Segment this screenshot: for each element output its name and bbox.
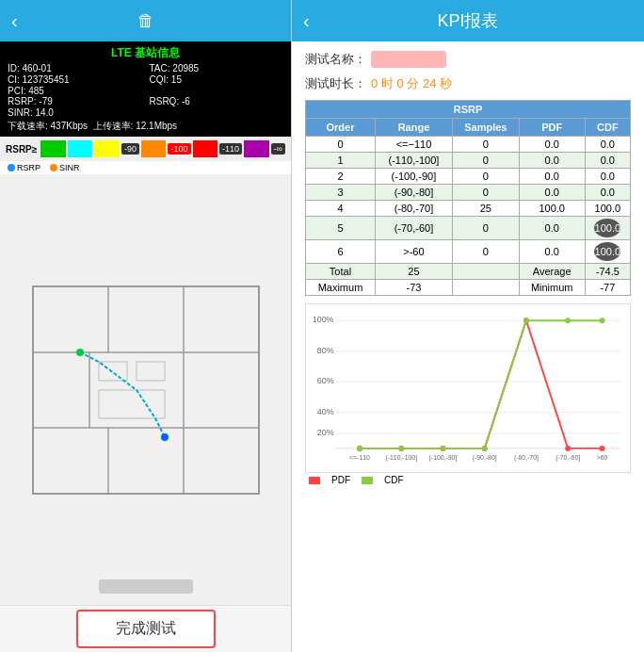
right-title: KPI报表 xyxy=(437,9,498,32)
finish-button[interactable]: 完成测试 xyxy=(76,610,216,648)
table-header-row: Order Range Samples PDF CDF xyxy=(306,119,631,137)
left-header: ‹ 🗑 xyxy=(0,0,291,41)
rsrp-val-inf: -∞ xyxy=(271,143,285,155)
table-title-row: RSRP xyxy=(306,101,631,119)
svg-rect-8 xyxy=(108,428,184,494)
right-panel: ‹ KPI报表 测试名称： blur 测试时长： 0 时 0 分 24 秒 RS… xyxy=(292,0,644,652)
lte-id: ID: 460-01 xyxy=(8,63,142,73)
svg-rect-6 xyxy=(184,352,259,428)
map-label-blur: blur xyxy=(99,579,193,594)
left-panel: ‹ 🗑 LTE 基站信息 ID: 460-01 TAC: 20985 CI: 1… xyxy=(0,0,292,652)
lte-rsrp: RSRP: -79 xyxy=(8,96,142,106)
legend-cdf-color xyxy=(362,477,373,484)
svg-rect-12 xyxy=(99,390,165,418)
svg-point-41 xyxy=(398,446,404,451)
table-row: 0<=−11000.00.0 xyxy=(306,137,631,153)
svg-text:(-110,-100]: (-110,-100] xyxy=(385,454,417,462)
rsrp-color-cyan xyxy=(68,140,93,157)
svg-text:(-70,-60]: (-70,-60] xyxy=(555,454,580,462)
svg-rect-9 xyxy=(184,428,259,494)
kpi-name-row: 测试名称： blur xyxy=(305,51,631,68)
svg-point-13 xyxy=(76,349,84,356)
rsrp-table: RSRP Order Range Samples PDF CDF 0<=−110… xyxy=(305,100,631,296)
legend-pdf-color xyxy=(309,477,320,484)
svg-text:(-90,-80]: (-90,-80] xyxy=(473,454,497,462)
svg-rect-7 xyxy=(33,428,108,494)
kpi-name-label: 测试名称： xyxy=(305,51,371,68)
blueprint-svg xyxy=(24,277,268,503)
lte-speeds: 下载速率: 437Kbps 上传速率: 12.1Mbps xyxy=(8,120,283,133)
legend-sinr: SINR xyxy=(50,163,80,172)
table-total-row: Total25Average-74.5 xyxy=(306,264,631,280)
chart-area: 100% 80% 60% 40% 20% <=-110 (-110,-100] … xyxy=(305,303,631,473)
bottom-bar: 完成测试 xyxy=(0,605,291,652)
left-back-icon[interactable]: ‹ xyxy=(11,10,18,32)
lte-rsrq: RSRQ: -6 xyxy=(150,96,284,106)
kpi-time-value: 0 时 0 分 24 秒 xyxy=(371,75,452,92)
svg-text:40%: 40% xyxy=(317,407,334,416)
right-header: ‹ KPI报表 xyxy=(292,0,644,41)
trash-icon[interactable]: 🗑 xyxy=(137,11,154,31)
svg-text:(-80,-70]: (-80,-70] xyxy=(514,454,539,462)
svg-text:100%: 100% xyxy=(313,315,334,324)
col-pdf: PDF xyxy=(519,119,585,137)
rsrp-table-wrapper: RSRP Order Range Samples PDF CDF 0<=−110… xyxy=(305,100,631,296)
svg-text:<=-110: <=-110 xyxy=(349,454,370,461)
svg-text:60%: 60% xyxy=(317,376,334,385)
lte-cqi: CQI: 15 xyxy=(150,74,284,85)
svg-point-39 xyxy=(600,446,605,451)
svg-point-46 xyxy=(600,318,605,323)
rsrp-val-110: -110 xyxy=(219,143,242,155)
table-row: 2(-100,-90]00.00.0 xyxy=(306,169,631,185)
lte-signal-grid: RSRP: -79 RSRQ: -6 SINR: 14.0 xyxy=(8,96,283,118)
rsrp-val-100: -100 xyxy=(168,143,190,155)
svg-rect-3 xyxy=(184,286,259,352)
table-row: 5(-70,-60]00.0100.0 xyxy=(306,217,631,240)
table-row: 4(-80,-70]25100.0100.0 xyxy=(306,201,631,217)
legend-cdf-label: CDF xyxy=(384,475,404,485)
svg-text:(-100,-90]: (-100,-90] xyxy=(429,454,458,462)
svg-point-45 xyxy=(565,318,571,323)
chart-legend: PDF CDF xyxy=(305,475,631,485)
table-row: 1(-110,-100]00.00.0 xyxy=(306,153,631,169)
lte-pci: PCI: 485 xyxy=(8,86,142,96)
legend-rsrp: RSRP xyxy=(8,163,40,172)
svg-rect-4 xyxy=(33,352,89,428)
rsrp-bar: RSRP≥ -90 -100 -110 -∞ xyxy=(0,137,291,161)
kpi-time-row: 测试时长： 0 时 0 分 24 秒 xyxy=(305,75,631,92)
lte-ci: CI: 123735451 xyxy=(8,74,142,85)
legend-pdf-label: PDF xyxy=(331,475,350,485)
lte-title: LTE 基站信息 xyxy=(8,45,283,61)
rsrp-color-purple xyxy=(244,140,269,157)
rsrp-color-yellow xyxy=(94,140,120,157)
rsrp-color-orange xyxy=(141,140,167,157)
svg-point-42 xyxy=(441,446,446,451)
svg-text:80%: 80% xyxy=(317,346,334,355)
rsrp-bar-label: RSRP≥ xyxy=(6,144,37,155)
table-row: 6>-6000.0100.0 xyxy=(306,240,631,264)
rsrp-color-green xyxy=(40,140,66,157)
rsrp-val-90: -90 xyxy=(121,143,139,155)
svg-text:>60: >60 xyxy=(597,454,608,461)
lte-grid: ID: 460-01 TAC: 20985 CI: 123735451 CQI:… xyxy=(8,63,283,96)
kpi-time-label: 测试时长： xyxy=(305,75,371,92)
svg-point-44 xyxy=(523,318,529,323)
map-area: blur xyxy=(0,174,291,605)
col-order: Order xyxy=(306,119,376,137)
svg-point-38 xyxy=(565,446,571,451)
svg-rect-2 xyxy=(108,286,184,352)
table-max-row: Maximum-73Minimum-77 xyxy=(306,280,631,296)
svg-rect-1 xyxy=(33,286,108,352)
lte-info-panel: LTE 基站信息 ID: 460-01 TAC: 20985 CI: 12373… xyxy=(0,41,291,137)
kpi-name-value: blur xyxy=(371,51,446,68)
right-back-icon[interactable]: ‹ xyxy=(303,10,310,32)
svg-rect-11 xyxy=(137,362,165,381)
rsrp-color-red xyxy=(193,140,218,157)
svg-text:20%: 20% xyxy=(317,428,334,437)
svg-point-14 xyxy=(161,433,169,441)
svg-point-40 xyxy=(357,446,362,451)
table-title: RSRP xyxy=(306,101,631,119)
svg-point-43 xyxy=(482,446,488,451)
col-range: Range xyxy=(375,119,452,137)
col-cdf: CDF xyxy=(585,119,630,137)
